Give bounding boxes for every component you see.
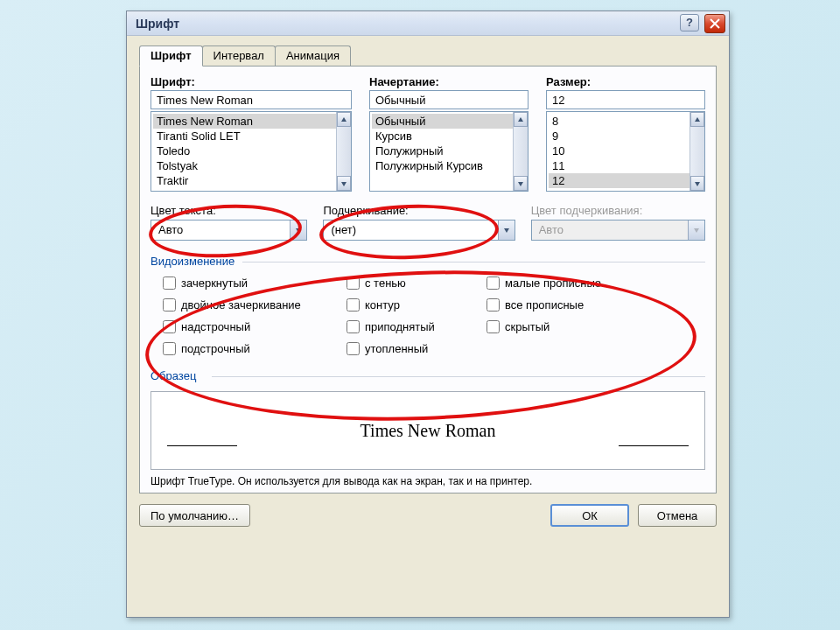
chk-emboss[interactable]: приподнятый bbox=[346, 320, 486, 333]
chk-hidden[interactable]: скрытый bbox=[486, 320, 644, 333]
list-item[interactable]: 9 bbox=[549, 129, 703, 144]
dialog-title: Шрифт bbox=[136, 17, 179, 31]
list-item[interactable]: Полужирный Курсив bbox=[372, 158, 526, 173]
tab-panel: Шрифт: Times New Roman Tiranti Solid LET… bbox=[139, 66, 717, 494]
size-list[interactable]: 8 9 10 11 12 bbox=[546, 111, 705, 192]
list-item[interactable]: Tolstyak bbox=[153, 158, 349, 173]
chk-strikethrough[interactable]: зачеркнутый bbox=[163, 276, 346, 290]
effects-group: зачеркнутый с тенью малые прописные двой… bbox=[163, 276, 705, 355]
ok-button[interactable]: ОК bbox=[550, 504, 629, 527]
chevron-down-icon[interactable] bbox=[290, 220, 306, 240]
preview-box: Times New Roman bbox=[150, 391, 705, 470]
effects-heading: Видоизменение bbox=[150, 255, 705, 268]
size-input[interactable] bbox=[546, 90, 705, 109]
tab-spacing[interactable]: Интервал bbox=[202, 46, 276, 66]
list-item[interactable]: Обычный bbox=[372, 114, 526, 129]
chk-engrave[interactable]: утопленный bbox=[346, 342, 486, 355]
font-input[interactable] bbox=[150, 90, 352, 109]
scroll-up-icon[interactable] bbox=[514, 112, 528, 127]
scroll-down-icon[interactable] bbox=[514, 176, 528, 191]
tab-animation[interactable]: Анимация bbox=[275, 46, 351, 66]
chk-outline[interactable]: контур bbox=[346, 298, 486, 312]
scrollbar[interactable] bbox=[336, 112, 351, 191]
color-combo[interactable]: Авто bbox=[150, 220, 307, 241]
font-label: Шрифт: bbox=[150, 75, 352, 88]
scroll-down-icon[interactable] bbox=[690, 176, 704, 191]
style-list[interactable]: Обычный Курсив Полужирный Полужирный Кур… bbox=[369, 111, 528, 192]
underline-combo[interactable]: (нет) bbox=[323, 220, 514, 241]
scroll-up-icon[interactable] bbox=[690, 112, 704, 127]
font-hint: Шрифт TrueType. Он используется для выво… bbox=[150, 475, 705, 487]
list-item[interactable]: 10 bbox=[549, 144, 703, 158]
chk-dblstrike[interactable]: двойное зачеркивание bbox=[163, 298, 346, 312]
preview-rule bbox=[619, 445, 689, 446]
scrollbar[interactable] bbox=[513, 112, 528, 191]
list-item[interactable]: Курсив bbox=[372, 129, 526, 144]
underline-label: Подчеркивание: bbox=[323, 204, 514, 217]
tab-font[interactable]: Шрифт bbox=[139, 46, 203, 66]
list-item[interactable]: Tiranti Solid LET bbox=[153, 129, 349, 144]
scrollbar[interactable] bbox=[690, 112, 704, 191]
chk-shadow[interactable]: с тенью bbox=[346, 276, 486, 290]
chk-smallcaps[interactable]: малые прописные bbox=[486, 276, 644, 290]
list-item[interactable]: Полужирный bbox=[372, 144, 526, 158]
chk-allcaps[interactable]: все прописные bbox=[486, 298, 644, 312]
chevron-down-icon bbox=[688, 220, 704, 240]
list-item[interactable]: Traktir bbox=[153, 173, 349, 188]
titlebar[interactable]: Шрифт ? bbox=[127, 11, 729, 36]
default-button[interactable]: По умолчанию… bbox=[139, 504, 250, 527]
list-item[interactable]: 8 bbox=[549, 114, 703, 129]
font-dialog: Шрифт ? Шрифт Интервал Анимация Шрифт: T… bbox=[126, 10, 730, 618]
font-list[interactable]: Times New Roman Tiranti Solid LET Toledo… bbox=[150, 111, 352, 192]
chk-subscript[interactable]: подстрочный bbox=[163, 342, 346, 355]
list-item[interactable]: 12 bbox=[549, 173, 703, 188]
ucolor-label: Цвет подчеркивания: bbox=[531, 204, 705, 217]
chk-superscript[interactable]: надстрочный bbox=[163, 320, 346, 333]
color-label: Цвет текста: bbox=[150, 204, 307, 217]
style-input[interactable] bbox=[369, 90, 528, 109]
list-item[interactable]: Times New Roman bbox=[153, 114, 349, 129]
preview-rule bbox=[167, 445, 237, 446]
tab-strip: Шрифт Интервал Анимация bbox=[139, 45, 729, 66]
cancel-button[interactable]: Отмена bbox=[638, 504, 717, 527]
close-button[interactable] bbox=[704, 14, 725, 33]
scroll-up-icon[interactable] bbox=[337, 112, 351, 127]
sample-heading: Образец bbox=[150, 369, 705, 382]
list-item[interactable]: Toledo bbox=[153, 144, 349, 158]
preview-text: Times New Roman bbox=[360, 421, 496, 441]
size-label: Размер: bbox=[546, 75, 705, 88]
scroll-down-icon[interactable] bbox=[337, 176, 351, 191]
style-label: Начертание: bbox=[369, 75, 528, 88]
help-button[interactable]: ? bbox=[680, 14, 699, 32]
ucolor-combo: Авто bbox=[531, 220, 705, 241]
list-item[interactable]: 11 bbox=[549, 158, 703, 173]
chevron-down-icon[interactable] bbox=[498, 220, 514, 240]
